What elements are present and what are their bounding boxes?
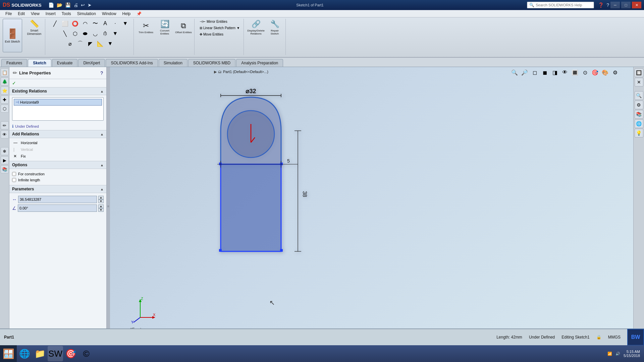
- menu-edit[interactable]: Edit: [15, 11, 28, 17]
- add-relations-toggle[interactable]: ▲: [100, 132, 104, 136]
- options-toggle[interactable]: ▲: [100, 163, 104, 167]
- rect-button[interactable]: ⬜: [60, 19, 70, 28]
- tab-simulation[interactable]: Simulation: [159, 59, 187, 67]
- tab-dimxpert[interactable]: DimXpert: [78, 59, 105, 67]
- chevron2[interactable]: ▼: [111, 29, 120, 38]
- properties-help-icon[interactable]: ?: [100, 70, 103, 76]
- hide-btn[interactable]: 👁: [560, 68, 570, 77]
- qa-save[interactable]: 💾: [64, 2, 72, 8]
- linear-pattern-button[interactable]: ⊞ Linear Sketch Pattern ▼: [198, 25, 241, 31]
- main-canvas[interactable]: ▶ 🗂 Part1 (Default<<Default>...) 🔍 🔎 ◻ ◼…: [110, 67, 633, 345]
- taskbar-explorer[interactable]: 📁: [32, 346, 48, 361]
- rp-search-icon[interactable]: 🔍: [635, 91, 643, 100]
- search-input[interactable]: [536, 3, 589, 7]
- relation-fix-btn[interactable]: ✕ Fix: [12, 153, 104, 160]
- chevron-tools[interactable]: ▼: [121, 19, 130, 28]
- ellipse-button[interactable]: ⬬: [80, 29, 90, 38]
- offset-entities-button[interactable]: ⧉ Offset Entities: [175, 19, 192, 36]
- polygon-button[interactable]: ⬡: [70, 29, 80, 38]
- relation-vertical-btn[interactable]: | Vertical: [12, 146, 104, 153]
- tab-analysis[interactable]: Analysis Preparation: [236, 59, 283, 67]
- favorites-icon[interactable]: ⭐: [1, 86, 9, 95]
- tab-features[interactable]: Features: [1, 59, 27, 67]
- tree-icon[interactable]: 🌲: [1, 77, 9, 85]
- section-btn[interactable]: ⊙: [580, 68, 590, 77]
- menu-pin[interactable]: 📌: [134, 11, 144, 17]
- move-entities-button[interactable]: ✥ Move Entities: [198, 32, 241, 37]
- orient-btn[interactable]: 🎯: [590, 68, 600, 77]
- chamfer-button[interactable]: ◤: [86, 39, 95, 48]
- property-icon[interactable]: ⬡: [1, 105, 9, 113]
- display-delete-button[interactable]: 🔗 Display/Delete Relations: [247, 19, 265, 36]
- arc-button[interactable]: ◠: [80, 19, 90, 28]
- rp-globe-icon[interactable]: 🌐: [635, 119, 643, 128]
- smart-dimension-button[interactable]: 📏 Smart Dimension: [25, 19, 43, 36]
- zoom-in[interactable]: 🔎: [520, 68, 529, 77]
- fillet-button[interactable]: ⌒: [75, 39, 85, 48]
- parameters-toggle[interactable]: ▲: [100, 187, 104, 191]
- angle-input[interactable]: [18, 204, 97, 212]
- taskbar-browser[interactable]: 🌐: [17, 346, 32, 361]
- tray-sound[interactable]: 🔊: [615, 352, 620, 356]
- sw-help[interactable]: ?: [605, 2, 610, 8]
- display-settings[interactable]: ⚙: [610, 68, 620, 77]
- para-button[interactable]: ⫛: [101, 29, 110, 38]
- exit-sketch-button[interactable]: 🚪 Exit Sketch: [3, 19, 22, 52]
- taskbar-icon5[interactable]: ©: [78, 346, 94, 361]
- tray-network[interactable]: 📶: [607, 352, 612, 356]
- rp-layers-icon[interactable]: 📚: [635, 110, 643, 119]
- line-button[interactable]: ╱: [50, 19, 60, 28]
- tab-sketch[interactable]: Sketch: [28, 59, 51, 67]
- help-icon[interactable]: ❓: [597, 2, 605, 8]
- panel-collapse-handle[interactable]: ≡: [107, 67, 110, 345]
- relation-horizontal-btn[interactable]: — Horizontal: [12, 139, 104, 146]
- appear-btn[interactable]: 🎨: [600, 68, 610, 77]
- menu-insert[interactable]: Insert: [43, 11, 58, 17]
- linear-expand[interactable]: ▼: [236, 26, 240, 30]
- for-construction-checkbox[interactable]: [12, 172, 16, 176]
- rp-settings-icon[interactable]: ⚙: [635, 101, 643, 109]
- history-icon[interactable]: 📋: [1, 68, 9, 76]
- repair-sketch-button[interactable]: 🔧 Repair Sketch: [266, 19, 283, 36]
- maximize-button[interactable]: □: [621, 2, 631, 8]
- infinite-length-checkbox[interactable]: [12, 178, 16, 182]
- close-right-icon[interactable]: ✕: [635, 78, 643, 86]
- zoom-to-fit[interactable]: 🔍: [510, 68, 519, 77]
- freeze-icon[interactable]: ❄: [1, 147, 9, 155]
- qa-new[interactable]: 📄: [47, 2, 55, 8]
- circle-button[interactable]: ⭕: [70, 19, 80, 28]
- rp-render-icon[interactable]: 💡: [635, 129, 643, 137]
- convert-entities-button[interactable]: 🔄 Convert Entities: [156, 19, 173, 36]
- tab-mbd[interactable]: SOLIDWORKS MBD: [188, 59, 235, 67]
- dim-tools[interactable]: ⌀: [65, 39, 75, 48]
- qa-open[interactable]: 📂: [55, 2, 64, 8]
- menu-window[interactable]: Window: [99, 11, 119, 17]
- length-up[interactable]: ▲: [98, 196, 104, 199]
- wireframe-btn[interactable]: ◻: [530, 68, 539, 77]
- edges-btn[interactable]: ◨: [550, 68, 559, 77]
- trim-entities-button[interactable]: ✂ Trim Entities: [137, 19, 155, 36]
- angle-up[interactable]: ▲: [98, 204, 104, 208]
- sketch-expert-icon[interactable]: ✏: [1, 121, 9, 129]
- view-orientation-icon[interactable]: 🔲: [635, 68, 643, 77]
- menu-tools[interactable]: Tools: [59, 11, 74, 17]
- existing-relation-item[interactable]: ⊣ Horizontal9: [14, 99, 102, 106]
- search-bar[interactable]: 🔍: [527, 2, 594, 8]
- text-button[interactable]: A: [101, 19, 110, 28]
- qa-undo[interactable]: ↩: [79, 2, 86, 8]
- options-header[interactable]: Options ▲: [9, 161, 106, 169]
- taskbar-icon4[interactable]: 🎯: [63, 346, 78, 361]
- tab-evaluate[interactable]: Evaluate: [52, 59, 78, 67]
- qa-pointer[interactable]: ➤: [86, 2, 93, 8]
- menu-file[interactable]: File: [3, 11, 14, 17]
- menu-help[interactable]: Help: [120, 11, 133, 17]
- existing-relations-toggle[interactable]: ▲: [100, 89, 104, 93]
- spline-button[interactable]: 〜: [91, 19, 100, 28]
- motion-icon[interactable]: ▶: [1, 156, 9, 164]
- length-down[interactable]: ▼: [98, 199, 104, 203]
- length-input[interactable]: [18, 196, 97, 203]
- qa-print[interactable]: 🖨: [72, 2, 79, 8]
- menu-simulation[interactable]: Simulation: [74, 11, 99, 17]
- custom-icon[interactable]: ✚: [1, 96, 9, 104]
- arc2-button[interactable]: ◡: [91, 29, 100, 38]
